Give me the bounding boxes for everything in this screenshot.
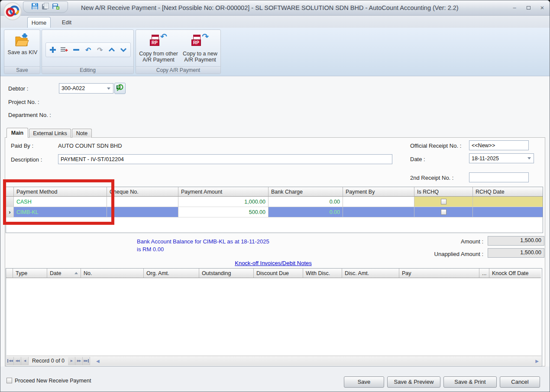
copy-to-icon: RP ↷ [191, 33, 209, 49]
ribbon-group-editing: ↶ ↷ Editing [42, 29, 134, 74]
copy-from-button[interactable]: RP ↶ Copy from other A/R Payment [137, 33, 180, 63]
knockoff-link[interactable]: Knock-off Invoices/Debit Notes [187, 260, 360, 266]
second-receipt-input[interactable] [469, 172, 529, 182]
col-discount-due[interactable]: Discount Due [254, 269, 303, 278]
nav-prev-page-button[interactable]: ◀◀ [14, 357, 21, 365]
save-icon[interactable] [31, 3, 39, 12]
save-print-button[interactable]: Save & Print [443, 376, 497, 388]
cell-method[interactable]: CIMB-KL [14, 207, 107, 217]
col-pay[interactable]: Pay [399, 269, 479, 278]
cell-payment-by[interactable] [343, 207, 414, 217]
debtor-combo[interactable]: 300-A022 [59, 83, 113, 94]
cell-is-rchq[interactable] [414, 207, 473, 217]
date-combo[interactable]: 18-11-2025 [469, 153, 534, 163]
payment-row-cimb-kl[interactable]: › CIMB-KL 500.00 0.00 [6, 207, 543, 217]
col-cheque-no[interactable]: Cheque No. [107, 187, 178, 197]
is-rchq-checkbox[interactable] [441, 199, 446, 204]
save-as-kiv-button[interactable]: Save as KIV [4, 32, 41, 55]
scroll-left-icon[interactable]: ◀ [96, 359, 100, 363]
debtor-value: 300-A022 [59, 85, 107, 91]
nav-prev-button[interactable]: ◀ [21, 357, 29, 365]
save-button[interactable]: Save [344, 376, 384, 388]
cell-payment-by[interactable] [343, 197, 414, 207]
insert-row-button[interactable] [59, 44, 70, 56]
col-org-amt[interactable]: Org. Amt. [144, 269, 199, 278]
move-up-button[interactable] [106, 44, 117, 56]
tab-note[interactable]: Note [72, 129, 92, 138]
copy-to-label: Copy to a new A/R Payment [180, 51, 220, 63]
minimize-button[interactable]: – [510, 4, 519, 12]
nav-next-button[interactable]: ▶ [68, 357, 75, 365]
date-value: 18-11-2025 [469, 156, 527, 162]
ribbon: Save as KIV Save ↶ ↷ Editing RP ↶ [0, 28, 550, 76]
tab-main[interactable]: Main [6, 128, 28, 138]
payment-grid: Payment Method Cheque No. Payment Amount… [6, 187, 543, 233]
col-with-disc[interactable]: With Disc. [303, 269, 342, 278]
editing-group-label: Editing [42, 66, 133, 74]
col-is-rchq[interactable]: Is RCHQ [414, 187, 473, 197]
col-more[interactable]: ... [479, 269, 489, 278]
save-as-icon[interactable] [42, 3, 49, 12]
maximize-button[interactable] [524, 4, 533, 12]
paid-by-label: Paid By : [11, 143, 33, 149]
payment-row-cash[interactable]: CASH 1,000.00 0.00 [6, 197, 543, 207]
col-payment-by[interactable]: Payment By [343, 187, 414, 197]
add-row-button[interactable] [47, 44, 58, 56]
cell-method[interactable]: CASH [14, 197, 107, 207]
folder-kiv-icon [14, 32, 31, 49]
autocount-logo [3, 2, 23, 21]
cell-amount[interactable]: 1,000.00 [178, 197, 269, 207]
redo-button[interactable]: ↷ [94, 44, 106, 56]
maximize-icon [527, 6, 531, 10]
cell-cheque[interactable] [107, 197, 178, 207]
redo-icon: ↷ [97, 46, 103, 54]
delete-row-button[interactable] [71, 44, 82, 56]
debtor-search-button[interactable]: D [114, 83, 126, 94]
nav-first-button[interactable]: ◀◀ [6, 357, 14, 365]
official-receipt-label: Official Receipt No. : [410, 143, 461, 149]
col-date[interactable]: Date [47, 269, 81, 278]
undo-icon: ↶ [85, 46, 91, 54]
app-window: New A/R Receive Payment - [Next Possible… [0, 0, 550, 392]
scroll-right-icon[interactable]: ▶ [535, 359, 539, 363]
col-type[interactable]: Type [13, 269, 47, 278]
col-disc-amt[interactable]: Disc. Amt. [342, 269, 399, 278]
save-preview-button[interactable]: Save & Preview [387, 376, 440, 388]
official-receipt-input[interactable] [469, 140, 529, 150]
col-bank-charge[interactable]: Bank Charge [269, 187, 343, 197]
cell-amount[interactable]: 500.00 [178, 207, 269, 217]
description-input[interactable] [58, 154, 392, 164]
cell-is-rchq[interactable] [414, 197, 473, 207]
cancel-button[interactable]: Cancel [500, 376, 540, 388]
col-rchq-date[interactable]: RCHQ Date [473, 187, 543, 197]
col-no[interactable]: No. [81, 269, 144, 278]
nav-last-button[interactable]: ▶▶ [83, 357, 90, 365]
save-group-label: Save [4, 66, 40, 74]
chevron-down-icon [107, 87, 110, 90]
move-down-button[interactable] [118, 44, 129, 56]
col-payment-method[interactable]: Payment Method [14, 187, 107, 197]
tab-external-links[interactable]: External Links [29, 129, 71, 138]
is-rchq-checkbox[interactable] [441, 209, 446, 215]
cell-cheque[interactable] [107, 207, 178, 217]
proceed-checkbox[interactable] [6, 378, 12, 383]
col-knock-off-date[interactable]: Knock Off Date [489, 269, 541, 278]
cell-bank-charge[interactable]: 0.00 [269, 207, 343, 217]
nav-next-page-button[interactable]: ▶▶ [75, 357, 83, 365]
cell-bank-charge[interactable]: 0.00 [269, 197, 343, 207]
copy-to-button[interactable]: RP ↷ Copy to a new A/R Payment [180, 33, 220, 63]
undo-button[interactable]: ↶ [82, 44, 94, 56]
search-icon: D [116, 84, 124, 94]
unapplied-amount-label: Unapplied Amount : [388, 251, 483, 257]
col-outstanding[interactable]: Outstanding [199, 269, 254, 278]
cell-rchq-date[interactable] [473, 197, 543, 207]
col-payment-amount[interactable]: Payment Amount [178, 187, 269, 197]
save-new-icon[interactable] [52, 3, 60, 12]
tab-edit[interactable]: Edit [56, 17, 78, 28]
record-navigator: ◀◀ ◀◀ ◀ Record 0 of 0 ▶ ▶▶ ▶▶ ◀ ▶ [6, 356, 541, 366]
tab-home[interactable]: Home [27, 17, 51, 28]
editing-toolbar: ↶ ↷ [45, 42, 131, 57]
cell-rchq-date[interactable] [473, 207, 543, 217]
knockoff-grid-header: Type Date No. Org. Amt. Outstanding Disc… [6, 269, 542, 278]
close-button[interactable]: × [537, 4, 547, 12]
